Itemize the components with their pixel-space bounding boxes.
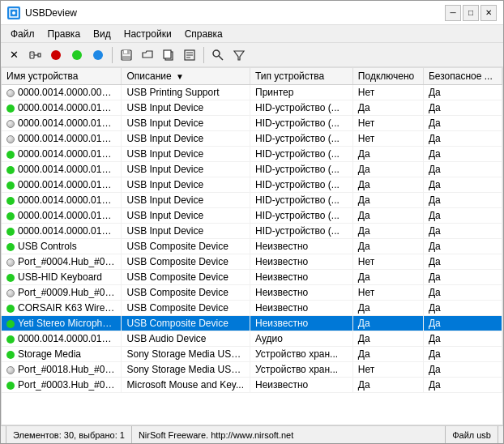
col-safe[interactable]: Безопасное ...: [423, 68, 502, 85]
toolbar-search-btn[interactable]: [208, 45, 228, 65]
cell-name: 0000.0014.0000.011.0...: [2, 177, 122, 193]
table-row[interactable]: 0000.0014.0000.013.0...USB Audio DeviceА…: [2, 331, 502, 347]
table-row[interactable]: USB ControlsUSB Composite DeviceНеизвест…: [2, 239, 502, 254]
title-bar: USBDeview ─ □ ✕: [1, 1, 503, 25]
cell-connected: Нет: [352, 285, 423, 301]
cell-description: Microsoft Mouse and Key...: [122, 378, 250, 393]
cell-type: HID-устройство (...: [250, 208, 353, 224]
table-row[interactable]: Port_#0018.Hub_#0001Sony Storage Media U…: [2, 362, 502, 378]
connected-dot: [6, 243, 15, 251]
cell-name: 0000.0014.0000.013.0...: [2, 224, 122, 239]
toolbar-delete-btn[interactable]: ✕: [4, 45, 23, 65]
cell-name: 0000.0014.0000.013.0...: [2, 331, 122, 347]
table-row[interactable]: 0000.0014.0000.013.0...USB Input DeviceH…: [2, 131, 502, 147]
disconnected-dot: [6, 89, 15, 97]
svg-point-8: [72, 50, 82, 60]
table-row[interactable]: Port_#0003.Hub_#0003Microsoft Mouse and …: [2, 378, 502, 393]
cell-type: HID-устройство (...: [250, 177, 353, 193]
toolbar-filter-btn[interactable]: [229, 45, 249, 65]
menu-file[interactable]: Файл: [4, 27, 41, 41]
cell-connected: Да: [352, 347, 423, 362]
cell-safe: Да: [423, 301, 502, 316]
menu-edit[interactable]: Правка: [41, 27, 88, 41]
toolbar-sep-2: [203, 47, 204, 63]
toolbar-report-btn[interactable]: [180, 45, 199, 65]
menu-view[interactable]: Вид: [87, 27, 117, 41]
toolbar-copy-btn[interactable]: [159, 45, 178, 65]
cell-safe: Да: [423, 270, 502, 285]
disconnected-dot: [6, 366, 15, 374]
cell-safe: Да: [423, 116, 502, 131]
cell-type: HID-устройство (...: [250, 147, 353, 162]
table-body: 0000.0014.0000.004.00...USB Printing Sup…: [2, 85, 502, 393]
table-row[interactable]: 0000.0014.0000.013.0...USB Input DeviceH…: [2, 208, 502, 224]
device-table-container[interactable]: Имя устройства Описание ▼ Тип устройства…: [1, 67, 503, 425]
toolbar-blue-dot-btn[interactable]: [88, 45, 108, 65]
col-type[interactable]: Тип устройства: [250, 68, 353, 85]
window-controls: ─ □ ✕: [445, 5, 497, 21]
cell-safe: Да: [423, 131, 502, 147]
cell-type: Неизвестно: [250, 316, 353, 331]
cell-safe: Да: [423, 331, 502, 347]
cell-name: 0000.0014.0000.004.00...: [2, 85, 122, 100]
table-row[interactable]: 0000.0014.0000.013.0...USB Input DeviceH…: [2, 224, 502, 239]
maximize-button[interactable]: □: [463, 5, 479, 21]
table-row[interactable]: CORSAIR K63 Wireless...USB Composite Dev…: [2, 301, 502, 316]
cell-safe: Да: [423, 193, 502, 208]
col-description[interactable]: Описание ▼: [122, 68, 250, 85]
col-name[interactable]: Имя устройства: [2, 68, 122, 85]
connected-dot: [6, 351, 15, 359]
cell-connected: Нет: [352, 254, 423, 270]
table-row[interactable]: 0000.0014.0000.011.0...USB Input DeviceH…: [2, 162, 502, 177]
toolbar-save-btn[interactable]: [117, 45, 136, 65]
svg-rect-13: [122, 56, 130, 60]
cell-name: 0000.0014.0000.011.0...: [2, 162, 122, 177]
cell-safe: Да: [423, 254, 502, 270]
col-connected[interactable]: Подключено: [352, 68, 423, 85]
toolbar-connect-btn[interactable]: [25, 45, 45, 65]
svg-point-1: [12, 11, 15, 15]
table-row[interactable]: Storage MediaSony Storage Media USB D...…: [2, 347, 502, 362]
cell-safe: Да: [423, 239, 502, 254]
cell-name: Port_#0009.Hub_#0001: [2, 285, 122, 301]
svg-rect-3: [32, 53, 32, 54]
cell-safe: Да: [423, 208, 502, 224]
connected-dot: [6, 305, 15, 313]
menu-settings[interactable]: Настройки: [117, 27, 178, 41]
table-row[interactable]: 0000.0014.0000.013.0...USB Input DeviceH…: [2, 100, 502, 116]
table-row[interactable]: 0000.0014.0000.011.0...USB Input DeviceH…: [2, 177, 502, 193]
window-title: USBDeview: [25, 7, 77, 19]
cell-safe: Да: [423, 285, 502, 301]
cell-description: USB Input Device: [122, 177, 250, 193]
table-row[interactable]: USB-HID KeyboardUSB Composite DeviceНеиз…: [2, 270, 502, 285]
table-row[interactable]: Yeti Stereo MicrophoneUSB Composite Devi…: [2, 316, 502, 331]
toolbar-green-dot-btn[interactable]: [67, 45, 87, 65]
table-row[interactable]: 0000.0014.0000.011.0...USB Input DeviceH…: [2, 147, 502, 162]
toolbar-open-btn[interactable]: [138, 45, 157, 65]
table-row[interactable]: Port_#0004.Hub_#0001USB Composite Device…: [2, 254, 502, 270]
cell-description: USB Input Device: [122, 131, 250, 147]
table-row[interactable]: Port_#0009.Hub_#0001USB Composite Device…: [2, 285, 502, 301]
table-row[interactable]: 0000.0014.0000.013.0...USB Input DeviceH…: [2, 193, 502, 208]
cell-type: Устройство хран...: [250, 362, 353, 378]
table-row[interactable]: 0000.0014.0000.004.00...USB Printing Sup…: [2, 85, 502, 100]
cell-safe: Да: [423, 85, 502, 100]
minimize-button[interactable]: ─: [445, 5, 461, 21]
menu-help[interactable]: Справка: [178, 27, 229, 41]
cell-safe: Да: [423, 147, 502, 162]
toolbar-sep-1: [112, 47, 113, 63]
status-nirsoft: NirSoft Freeware. http://www.nirsoft.net: [132, 426, 446, 443]
cell-name: 0000.0014.0000.013.0...: [2, 208, 122, 224]
cell-connected: Нет: [352, 116, 423, 131]
cell-connected: Да: [352, 316, 423, 331]
table-row[interactable]: 0000.0014.0000.013.0...USB Input DeviceH…: [2, 116, 502, 131]
cell-description: Sony Storage Media USB D...: [122, 347, 250, 362]
cell-safe: Да: [423, 224, 502, 239]
toolbar-red-dot-btn[interactable]: [46, 45, 66, 65]
cell-connected: Да: [352, 100, 423, 116]
close-button[interactable]: ✕: [481, 5, 497, 21]
cell-safe: Да: [423, 162, 502, 177]
cell-connected: Да: [352, 177, 423, 193]
cell-description: USB Input Device: [122, 147, 250, 162]
cell-connected: Да: [352, 147, 423, 162]
